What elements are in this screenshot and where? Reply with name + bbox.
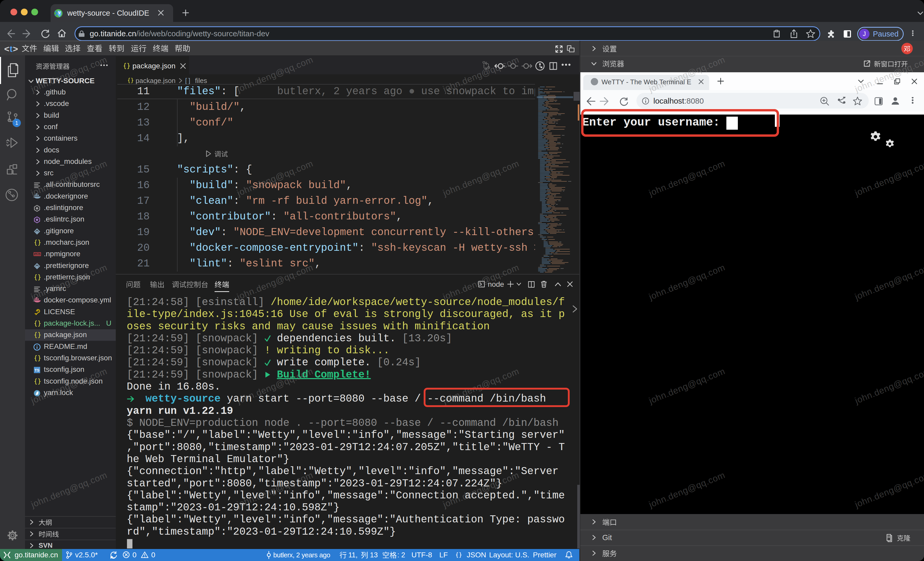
svg-text:TS: TS bbox=[34, 368, 39, 372]
